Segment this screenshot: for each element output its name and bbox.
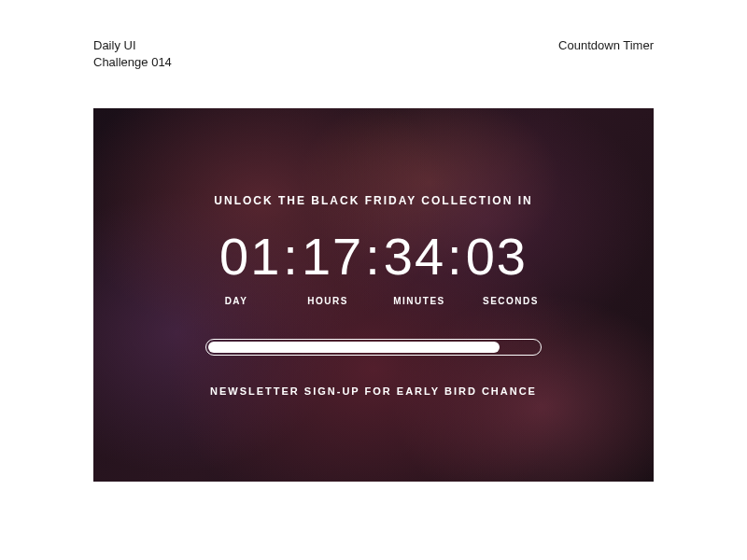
separator: :	[283, 226, 300, 287]
countdown-timer: 01 : 17 : 34 : 03	[219, 226, 528, 287]
label-day: DAY	[206, 296, 266, 306]
newsletter-signup-text[interactable]: NEWSLETTER SIGN-UP FOR EARLY BIRD CHANCE	[210, 385, 537, 397]
progress-fill	[208, 342, 500, 353]
header-title-line2: Challenge 014	[93, 54, 172, 71]
countdown-minutes: 34	[384, 226, 445, 287]
countdown-day: 01	[219, 226, 281, 287]
countdown-labels: DAY HOURS MINUTES SECONDS	[206, 296, 541, 306]
header-right: Countdown Timer	[558, 37, 654, 71]
label-minutes: MINUTES	[389, 296, 449, 306]
separator: :	[365, 226, 382, 287]
separator: :	[447, 226, 464, 287]
countdown-seconds: 03	[466, 226, 528, 287]
card-heading: UNLOCK THE BLACK FRIDAY COLLECTION IN	[214, 194, 532, 207]
header-left: Daily UI Challenge 014	[93, 37, 172, 71]
header-title-line1: Daily UI	[93, 37, 172, 54]
label-seconds: SECONDS	[481, 296, 541, 306]
progress-bar	[205, 339, 542, 356]
label-hours: HOURS	[298, 296, 358, 306]
countdown-hours: 17	[302, 226, 363, 287]
countdown-card: UNLOCK THE BLACK FRIDAY COLLECTION IN 01…	[93, 108, 654, 482]
page-header: Daily UI Challenge 014 Countdown Timer	[93, 37, 654, 71]
